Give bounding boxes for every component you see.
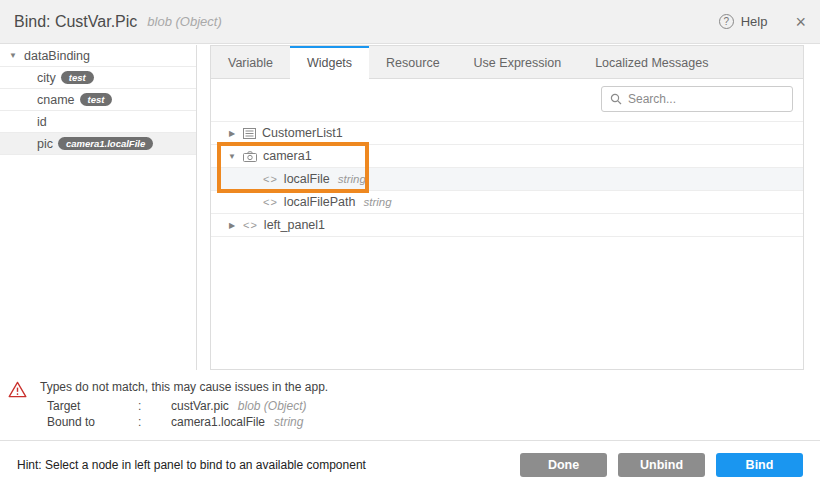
tree-item-label: left_panel1 — [264, 218, 325, 232]
warning-icon — [8, 381, 27, 398]
unbind-button[interactable]: Unbind — [618, 453, 705, 477]
binding-sidebar: ▼ dataBinding city test cname test id pi… — [0, 45, 197, 370]
sidebar-item-label: city — [37, 71, 56, 85]
sidebar-item-label: pic — [37, 137, 53, 151]
widget-tree: ▶ CustomerList1 ▼ — [211, 121, 803, 237]
tab-widgets[interactable]: Widgets — [290, 46, 369, 79]
chevron-down-icon[interactable]: ▼ — [8, 51, 18, 60]
tree-item-camera1[interactable]: ▼ camera1 — [211, 145, 803, 168]
footer-buttons: Done Unbind Bind — [509, 453, 803, 477]
sidebar-item-cname[interactable]: cname test — [0, 89, 196, 111]
sidebar-item-label: dataBinding — [24, 49, 90, 63]
sidebar-item-databinding[interactable]: ▼ dataBinding — [0, 45, 196, 67]
binding-badge: test — [80, 93, 113, 107]
tree-item-localfile[interactable]: <> localFile string — [211, 168, 803, 191]
sidebar-item-city[interactable]: city test — [0, 67, 196, 89]
tab-use-expression[interactable]: Use Expression — [457, 46, 579, 78]
code-icon: <> — [263, 173, 278, 185]
tree-item-customerlist1[interactable]: ▶ CustomerList1 — [211, 122, 803, 145]
binding-badge: camera1.localFile — [58, 137, 153, 151]
dialog-footer: Hint: Select a node in left panel to bin… — [0, 440, 820, 488]
chevron-right-icon[interactable]: ▶ — [227, 129, 237, 138]
tab-localized-messages[interactable]: Localized Messages — [578, 46, 725, 78]
search-icon — [610, 93, 622, 105]
bind-dialog: Bind: CustVar.Pic blob (Object) ? Help ×… — [0, 0, 820, 488]
help-icon[interactable]: ? — [719, 14, 734, 29]
dialog-title: Bind: CustVar.Pic — [14, 13, 137, 31]
done-button[interactable]: Done — [520, 453, 607, 477]
help-button[interactable]: Help — [741, 14, 768, 29]
tree-item-left-panel1[interactable]: ▶ <> left_panel1 — [211, 214, 803, 237]
chevron-right-icon[interactable]: ▶ — [227, 221, 237, 230]
tree-item-label: localFile — [284, 172, 330, 186]
code-icon: <> — [263, 196, 278, 208]
search-box — [601, 86, 793, 112]
code-icon: <> — [243, 219, 258, 231]
camera-icon — [243, 151, 257, 162]
sidebar-item-id[interactable]: id — [0, 111, 196, 133]
tree-item-label: camera1 — [263, 149, 312, 163]
sidebar-item-label: cname — [37, 93, 75, 107]
tab-resource[interactable]: Resource — [369, 46, 457, 78]
warning-message: Types do not match, this may cause issue… — [40, 380, 328, 395]
hint-text: Hint: Select a node in left panel to bin… — [17, 458, 366, 472]
tree-item-label: localFilePath — [284, 195, 356, 209]
dialog-header: Bind: CustVar.Pic blob (Object) ? Help × — [0, 0, 820, 44]
list-icon — [243, 128, 256, 139]
warning-target-row: Target : custVar.pic blob (Object) — [47, 398, 820, 414]
warning-boundto-row: Bound to : camera1.localFile string — [47, 414, 820, 430]
source-tabs: Variable Widgets Resource Use Expression… — [211, 46, 803, 79]
chevron-down-icon[interactable]: ▼ — [227, 152, 237, 161]
sidebar-item-pic[interactable]: pic camera1.localFile — [0, 133, 196, 155]
tree-item-type: string — [363, 196, 391, 208]
warning-row-value: custVar.pic — [171, 398, 229, 414]
warning-row-value: camera1.localFile — [171, 414, 265, 430]
tree-item-type: string — [338, 173, 366, 185]
binding-source-panel: Variable Widgets Resource Use Expression… — [210, 45, 804, 370]
binding-badge: test — [61, 71, 94, 85]
tree-item-label: CustomerList1 — [262, 126, 343, 140]
tree-item-localfilepath[interactable]: <> localFilePath string — [211, 191, 803, 214]
warning-row-label: Target — [47, 398, 138, 414]
type-mismatch-warning: Types do not match, this may cause issue… — [0, 380, 820, 430]
dialog-subtitle: blob (Object) — [147, 14, 221, 29]
warning-row-type: blob (Object) — [238, 398, 307, 414]
tab-variable[interactable]: Variable — [211, 46, 290, 78]
warning-row-label: Bound to — [47, 414, 138, 430]
sidebar-item-label: id — [37, 115, 47, 129]
bind-button[interactable]: Bind — [716, 453, 803, 477]
header-actions: ? Help × — [719, 13, 806, 31]
warning-row-type: string — [274, 414, 303, 430]
search-input[interactable] — [628, 92, 784, 106]
close-icon[interactable]: × — [795, 13, 806, 31]
